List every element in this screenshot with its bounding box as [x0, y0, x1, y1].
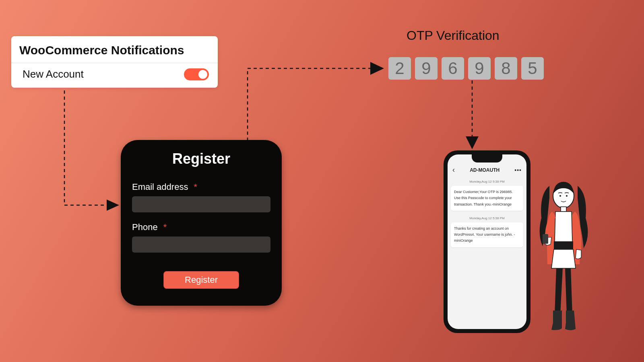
sms-message: Thanks for creating an account on WordPr… — [451, 222, 523, 247]
otp-verification-title: OTP Verification — [407, 28, 500, 43]
email-field[interactable] — [132, 196, 270, 212]
sms-timestamp: Monday,Aug 12 5:38 PM — [451, 216, 523, 220]
svg-point-5 — [566, 195, 568, 197]
back-icon[interactable]: ‹ — [452, 166, 455, 174]
new-account-toggle[interactable] — [184, 68, 209, 80]
phone-notch — [472, 154, 502, 162]
svg-rect-8 — [543, 234, 548, 244]
new-account-row: New Account — [11, 63, 218, 88]
svg-marker-0 — [107, 200, 119, 211]
email-label: Email address * — [132, 182, 270, 192]
otp-digit: 8 — [495, 57, 517, 80]
svg-rect-6 — [561, 207, 566, 212]
register-title: Register — [132, 150, 270, 167]
notifications-title: WooCommerce Notifications — [11, 36, 218, 63]
toggle-knob — [198, 70, 207, 79]
required-marker: * — [163, 222, 167, 232]
sms-sender: AD-MOAUTH — [470, 167, 500, 173]
otp-digit: 5 — [521, 57, 544, 80]
new-account-label: New Account — [23, 68, 84, 80]
person-illustration — [535, 178, 596, 339]
otp-digit: 2 — [388, 57, 411, 80]
otp-digits-row: 2 9 6 9 8 5 — [388, 57, 544, 80]
svg-marker-1 — [370, 62, 384, 75]
phone-label-text: Phone — [132, 222, 158, 232]
woocommerce-notifications-card: WooCommerce Notifications New Account — [11, 36, 218, 88]
email-label-text: Email address — [132, 182, 188, 192]
sms-timestamp: Monday,Aug 12 5:38 PM — [451, 180, 523, 183]
svg-marker-2 — [466, 136, 479, 149]
svg-point-4 — [559, 195, 561, 197]
sms-message: Dear Customer,Your OTP is 296985. Use th… — [451, 186, 523, 211]
otp-digit: 6 — [442, 57, 464, 80]
required-marker: * — [194, 182, 198, 192]
register-card: Register Email address * Phone * Registe… — [121, 140, 282, 306]
sms-header: ‹ AD-MOAUTH ••• — [451, 166, 523, 174]
phone-label: Phone * — [132, 222, 270, 232]
more-icon[interactable]: ••• — [514, 167, 522, 173]
otp-digit: 9 — [415, 57, 438, 80]
phone-device: ‹ AD-MOAUTH ••• Monday,Aug 12 5:38 PM De… — [444, 150, 530, 333]
otp-digit: 9 — [468, 57, 491, 80]
svg-rect-7 — [554, 241, 573, 249]
register-button[interactable]: Register — [163, 271, 239, 289]
phone-screen: ‹ AD-MOAUTH ••• Monday,Aug 12 5:38 PM De… — [448, 154, 526, 329]
phone-field[interactable] — [132, 237, 270, 253]
